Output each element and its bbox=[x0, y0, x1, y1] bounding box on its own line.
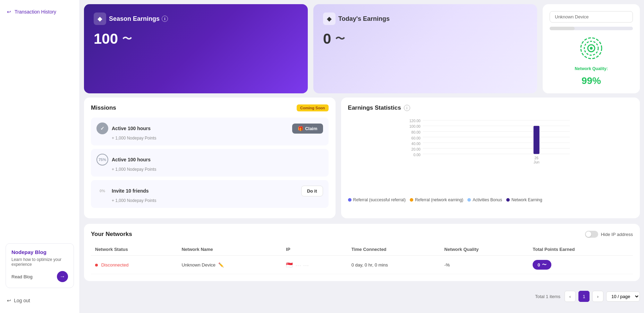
top-cards-row: ◆ Season Earnings i 100 〜 ◆ Today's Earn… bbox=[80, 0, 644, 98]
svg-text:40.00: 40.00 bbox=[411, 142, 420, 146]
legend-dot-referral-success bbox=[348, 198, 351, 202]
coming-soon-badge: Coming Soon bbox=[297, 104, 329, 111]
season-value: 100 〜 bbox=[94, 31, 298, 47]
stats-info-icon[interactable]: i bbox=[404, 105, 410, 111]
season-card-icon: ◆ bbox=[94, 12, 106, 25]
middle-section: Missions Coming Soon ✓ Active 100 hours … bbox=[80, 98, 644, 224]
per-page-select[interactable]: 10 / page20 / page50 / page bbox=[606, 291, 640, 302]
progress-bar-fill bbox=[550, 27, 575, 30]
today-card-header: ◆ Today's Earnings bbox=[323, 12, 527, 25]
network-progress-bar bbox=[550, 27, 633, 30]
legend-referral-network: Referral (network earning) bbox=[410, 197, 463, 202]
networks-table: Network Status Network Name IP Time Conn… bbox=[91, 243, 633, 274]
mission-name-1: Active 100 hours bbox=[112, 126, 151, 131]
sidebar-item-transaction-history[interactable]: ↩ Transaction History bbox=[0, 6, 79, 18]
col-network-status: Network Status bbox=[91, 243, 177, 256]
col-network-quality: Network Quality bbox=[440, 243, 529, 256]
earnings-stats-card: Earnings Statistics i 120.00 100.00 80.0… bbox=[341, 98, 640, 218]
gift-icon: 🎁 bbox=[298, 126, 303, 131]
sidebar: ↩ Transaction History Nodepay Blog Learn… bbox=[0, 0, 80, 313]
col-ip: IP bbox=[282, 243, 347, 256]
today-earnings-card: ◆ Today's Earnings 0 〜 bbox=[313, 4, 537, 93]
missions-card: Missions Coming Soon ✓ Active 100 hours … bbox=[84, 98, 336, 218]
mission-name-3: Invite 10 friends bbox=[112, 188, 149, 194]
main-content: ◆ Season Earnings i 100 〜 ◆ Today's Earn… bbox=[80, 0, 644, 313]
networks-title: Your Networks bbox=[91, 231, 132, 238]
col-total-points: Total Points Earned bbox=[528, 243, 633, 256]
cell-network-quality: -% bbox=[440, 256, 529, 274]
chart-area: 120.00 100.00 80.00 60.00 40.00 20.00 0.… bbox=[348, 117, 633, 193]
legend-referral-success: Referral (successful referral) bbox=[348, 197, 406, 202]
svg-text:60.00: 60.00 bbox=[411, 136, 420, 140]
svg-text:26: 26 bbox=[534, 156, 539, 160]
blog-read-label[interactable]: Read Blog bbox=[11, 274, 33, 279]
points-badge: 0 〜 bbox=[533, 260, 551, 270]
sidebar-blog-card: Nodepay Blog Learn how to optimize your … bbox=[6, 243, 74, 288]
table-row: Disconnected Unknown Device ✏️ 🇸🇬 ··· ··… bbox=[91, 256, 633, 274]
legend-dot-activities bbox=[467, 198, 471, 202]
logout-button[interactable]: ↩ Log out bbox=[0, 294, 79, 307]
svg-text:80.00: 80.00 bbox=[411, 130, 420, 134]
mission-row-1: ✓ Active 100 hours 🎁 Claim bbox=[96, 122, 323, 134]
svg-point-3 bbox=[590, 47, 593, 50]
prev-page-button[interactable]: ‹ bbox=[565, 291, 576, 302]
networks-header: Your Networks Hide IP address bbox=[91, 231, 633, 238]
season-earnings-card: ◆ Season Earnings i 100 〜 bbox=[84, 4, 308, 93]
mission-row-3: 0% Invite 10 friends Do it bbox=[96, 185, 323, 197]
mission-item-1: ✓ Active 100 hours 🎁 Claim + 1,000 Nodep… bbox=[91, 118, 329, 145]
toggle-switch[interactable] bbox=[585, 231, 598, 238]
mission-points-2: + 1,000 Nodepay Points bbox=[112, 167, 323, 172]
blog-title: Nodepay Blog bbox=[11, 249, 68, 255]
blog-arrow-button[interactable]: → bbox=[57, 271, 68, 282]
missions-title: Missions bbox=[91, 104, 116, 111]
season-label: Season Earnings i bbox=[109, 15, 168, 23]
points-wave-icon: 〜 bbox=[542, 262, 546, 268]
do-it-button[interactable]: Do it bbox=[301, 186, 323, 196]
hide-ip-toggle[interactable]: Hide IP address bbox=[585, 231, 633, 238]
ip-masked-text: ··· ··· bbox=[296, 263, 309, 268]
svg-text:20.00: 20.00 bbox=[411, 147, 420, 151]
pagination: Total 1 items ‹ 1 › 10 / page20 / page50… bbox=[80, 287, 644, 307]
stats-header: Earnings Statistics i bbox=[348, 104, 633, 111]
cell-time-connected: 0 day, 0 hr, 0 mins bbox=[347, 256, 440, 274]
history-icon: ↩ bbox=[7, 9, 11, 15]
season-info-icon[interactable]: i bbox=[162, 16, 168, 22]
sidebar-transaction-label: Transaction History bbox=[15, 9, 56, 15]
mission-item-3: 0% Invite 10 friends Do it + 1,000 Nodep… bbox=[91, 180, 329, 208]
claim-button[interactable]: 🎁 Claim bbox=[292, 124, 323, 134]
device-name-input[interactable] bbox=[550, 11, 633, 23]
mission-circle-3: 0% bbox=[96, 185, 108, 197]
mission-row-2: 75% Active 100 hours bbox=[96, 154, 323, 166]
table-body: Disconnected Unknown Device ✏️ 🇸🇬 ··· ··… bbox=[91, 256, 633, 274]
mission-left-3: 0% Invite 10 friends bbox=[96, 185, 149, 197]
svg-text:0.00: 0.00 bbox=[413, 153, 421, 157]
col-time-connected: Time Connected bbox=[347, 243, 440, 256]
mission-left-1: ✓ Active 100 hours bbox=[96, 122, 151, 134]
cell-total-points: 0 〜 bbox=[528, 256, 633, 274]
cell-ip: 🇸🇬 ··· ··· bbox=[282, 256, 347, 274]
blog-description: Learn how to optimize your experience bbox=[11, 257, 68, 267]
mission-points-1: + 1,000 Nodepay Points bbox=[112, 136, 323, 141]
mission-circle-1: ✓ bbox=[96, 122, 108, 134]
mission-points-3: + 1,000 Nodepay Points bbox=[112, 198, 323, 203]
season-card-header: ◆ Season Earnings i bbox=[94, 12, 298, 25]
legend-dot-referral-network bbox=[410, 198, 413, 202]
cell-network-name: Unknown Device ✏️ bbox=[177, 256, 282, 274]
flag-icon: 🇸🇬 bbox=[286, 262, 293, 268]
status-dot bbox=[95, 264, 98, 267]
page-1-button[interactable]: 1 bbox=[578, 291, 590, 302]
next-page-button[interactable]: › bbox=[592, 291, 603, 302]
network-quality-value: 99% bbox=[582, 75, 601, 86]
network-quality-icon bbox=[577, 34, 605, 62]
today-card-icon: ◆ bbox=[323, 12, 336, 25]
mission-left-2: 75% Active 100 hours bbox=[96, 154, 151, 166]
blog-btn-row: Read Blog → bbox=[11, 271, 68, 282]
edit-network-name-icon[interactable]: ✏️ bbox=[218, 262, 224, 268]
chart-legend: Referral (successful referral) Referral … bbox=[348, 197, 633, 202]
network-quality-label: Network Quality: bbox=[575, 66, 608, 71]
logout-label: Log out bbox=[14, 298, 30, 303]
networks-section: Your Networks Hide IP address Network St… bbox=[84, 224, 640, 281]
toggle-knob bbox=[586, 231, 591, 237]
svg-text:100.00: 100.00 bbox=[409, 125, 420, 128]
pagination-total: Total 1 items bbox=[535, 294, 560, 299]
